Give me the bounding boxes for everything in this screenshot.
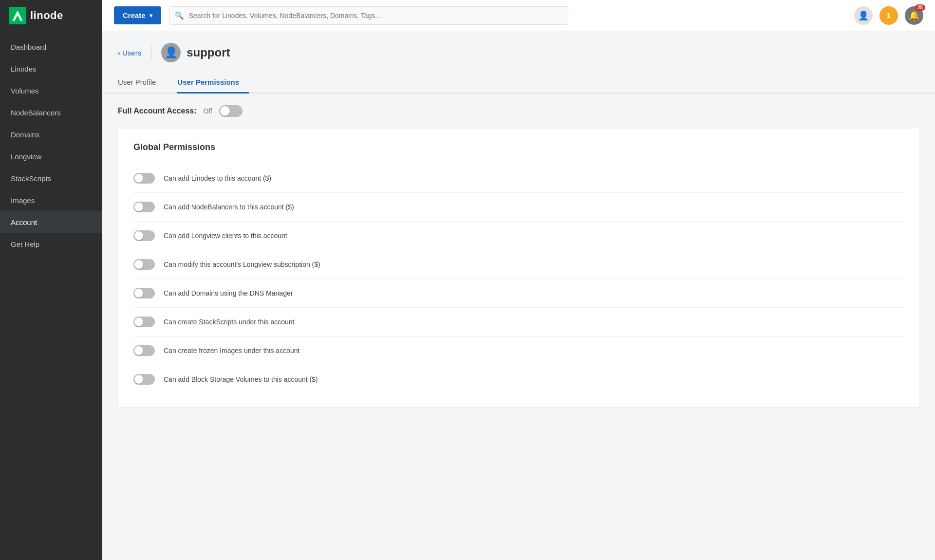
perm-toggle-add-domains[interactable] <box>133 288 155 299</box>
perm-label-add-nodebalancers: Can add NodeBalancers to this account ($… <box>164 203 294 211</box>
user-avatar: 👤 <box>161 43 181 62</box>
avatar-icon: 👤 <box>165 46 178 59</box>
global-permissions-card: Global Permissions Can add Linodes to th… <box>118 129 919 407</box>
sidebar-item-stackscripts[interactable]: StackScripts <box>0 168 102 189</box>
sidebar-item-account[interactable]: Account <box>0 211 102 233</box>
perm-item-add-volumes: Can add Block Storage Volumes to this ac… <box>133 365 904 393</box>
toggle-knob <box>134 375 143 384</box>
perm-toggle-add-longview[interactable] <box>133 230 155 241</box>
sidebar-item-nodebalancers[interactable]: NodeBalancers <box>0 102 102 124</box>
search-bar: 🔍 <box>169 6 568 25</box>
perm-toggle-create-images[interactable] <box>133 345 155 356</box>
permissions-body: Full Account Access: Off Global Permissi… <box>102 93 935 419</box>
perm-item-add-nodebalancers: Can add NodeBalancers to this account ($… <box>133 193 904 222</box>
toggle-knob <box>220 106 230 116</box>
tab-user-permissions[interactable]: User Permissions <box>177 72 249 93</box>
toggle-knob <box>134 260 143 269</box>
bell-icon: 🔔 <box>909 10 919 21</box>
sidebar-nav: Dashboard Linodes Volumes NodeBalancers … <box>0 36 102 255</box>
main-area: Create ▾ 🔍 👤 1 🔔 25 ‹ Users <box>102 0 935 560</box>
page-header: ‹ Users 👤 support <box>102 31 935 62</box>
toggle-knob <box>134 174 143 183</box>
sidebar-item-get-help[interactable]: Get Help <box>0 233 102 255</box>
notifications-button[interactable]: 🔔 25 <box>905 6 923 25</box>
perm-toggle-add-nodebalancers[interactable] <box>133 202 155 212</box>
sidebar-item-longview[interactable]: Longview <box>0 146 102 168</box>
tab-user-profile[interactable]: User Profile <box>118 72 166 93</box>
sidebar: linode Dashboard Linodes Volumes NodeBal… <box>0 0 102 560</box>
sidebar-item-dashboard[interactable]: Dashboard <box>0 36 102 58</box>
search-input[interactable] <box>169 6 568 25</box>
perm-item-add-longview: Can add Longview clients to this account <box>133 222 904 250</box>
sidebar-item-volumes[interactable]: Volumes <box>0 80 102 102</box>
user-silhouette-icon: 👤 <box>858 10 869 21</box>
topbar-icons: 👤 1 🔔 25 <box>854 6 923 25</box>
full-account-access-row: Full Account Access: Off <box>118 105 919 117</box>
topbar: Create ▾ 🔍 👤 1 🔔 25 <box>102 0 935 31</box>
user-avatar-button[interactable]: 👤 <box>854 6 873 25</box>
back-to-users-link[interactable]: ‹ Users <box>118 49 141 57</box>
perm-label-add-volumes: Can add Block Storage Volumes to this ac… <box>164 375 318 383</box>
logo-text: linode <box>30 9 63 22</box>
header-divider <box>151 45 151 60</box>
toggle-knob <box>134 346 143 355</box>
perm-item-modify-longview: Can modify this account's Longview subsc… <box>133 250 904 279</box>
username-title: support <box>187 46 230 59</box>
perm-toggle-add-volumes[interactable] <box>133 374 155 385</box>
perm-label-create-images: Can create frozen Images under this acco… <box>164 347 299 355</box>
linode-logo-icon <box>9 7 26 24</box>
user-initial-label: 1 <box>887 11 891 19</box>
content-area: ‹ Users 👤 support User Profile User Perm… <box>102 31 935 560</box>
perm-item-add-domains: Can add Domains using the DNS Manager <box>133 279 904 308</box>
perm-label-add-longview: Can add Longview clients to this account <box>164 232 287 240</box>
chevron-down-icon: ▾ <box>150 12 152 19</box>
perm-item-create-images: Can create frozen Images under this acco… <box>133 336 904 365</box>
search-icon: 🔍 <box>175 11 184 20</box>
create-button[interactable]: Create ▾ <box>114 6 161 24</box>
perm-toggle-add-linodes[interactable] <box>133 173 155 184</box>
logo-area: linode <box>0 0 102 31</box>
toggle-knob <box>134 203 143 211</box>
perm-label-create-stackscripts: Can create StackScripts under this accou… <box>164 318 294 326</box>
sidebar-item-linodes[interactable]: Linodes <box>0 58 102 80</box>
toggle-knob <box>134 231 143 240</box>
sidebar-item-domains[interactable]: Domains <box>0 124 102 146</box>
full-account-toggle[interactable] <box>219 105 243 117</box>
chevron-left-icon: ‹ <box>118 49 120 57</box>
full-account-access-status: Off <box>204 107 212 115</box>
sidebar-item-images[interactable]: Images <box>0 189 102 211</box>
perm-toggle-create-stackscripts[interactable] <box>133 317 155 327</box>
perm-item-add-linodes: Can add Linodes to this account ($) <box>133 164 904 193</box>
perm-label-add-domains: Can add Domains using the DNS Manager <box>164 289 293 297</box>
perm-toggle-modify-longview[interactable] <box>133 259 155 270</box>
tabs-bar: User Profile User Permissions <box>102 72 935 93</box>
perm-item-create-stackscripts: Can create StackScripts under this accou… <box>133 308 904 336</box>
perm-label-add-linodes: Can add Linodes to this account ($) <box>164 174 271 182</box>
toggle-knob <box>134 289 143 298</box>
toggle-knob <box>134 317 143 326</box>
perm-label-modify-longview: Can modify this account's Longview subsc… <box>164 261 320 268</box>
global-permissions-title: Global Permissions <box>133 142 904 152</box>
full-account-access-label: Full Account Access: <box>118 107 197 115</box>
user-initial-button[interactable]: 1 <box>879 6 898 25</box>
notifications-badge: 25 <box>915 4 925 11</box>
